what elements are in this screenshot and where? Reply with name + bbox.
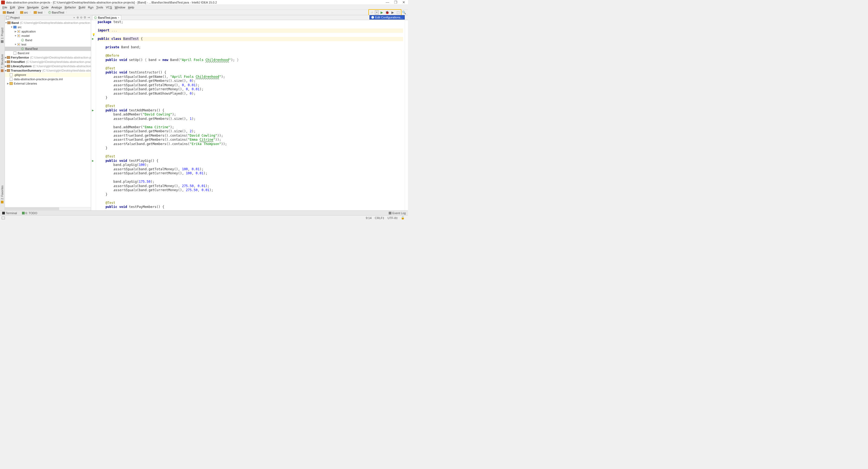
scroll-to-source-icon[interactable]: ⊕	[76, 16, 79, 19]
search-everywhere-icon[interactable]: 🔍	[401, 10, 406, 15]
tree-row-trans[interactable]: ▶TransactionSummary(C:\Users\gijin\Deskt…	[5, 68, 91, 73]
tree-row-test[interactable]: ▼test	[5, 42, 91, 46]
source-folder-icon	[13, 26, 17, 29]
tree-label: test	[22, 43, 26, 46]
settings-icon[interactable]: ⚙	[84, 16, 86, 19]
cursor-position[interactable]: 9:14	[364, 216, 373, 220]
stop-icon[interactable]: ⬚	[396, 10, 400, 15]
tree-row-extlib[interactable]: ▶External Libraries	[5, 81, 91, 86]
tree-row-band[interactable]: ▼Band(C:\Users\gijin\Desktop\test\data-a…	[5, 21, 91, 25]
tool-label: 6: TODO	[26, 211, 37, 215]
tree-row-friendnet[interactable]: ▶FriendNet(C:\Users\gijin\Desktop\test\d…	[5, 60, 91, 64]
tree-row-library[interactable]: ▶LibrarySystem(C:\Users\gijin\Desktop\te…	[5, 64, 91, 68]
panel-title: Project	[10, 16, 73, 19]
crumb-test[interactable]: test	[33, 11, 44, 14]
dropdown-icon[interactable]: ▾	[73, 16, 75, 19]
menu-analyze[interactable]: Analyze	[50, 6, 63, 9]
event-log-tool[interactable]: Event Log	[388, 211, 407, 215]
menu-build[interactable]: Build	[77, 6, 87, 9]
file-icon	[10, 73, 12, 76]
menu-file[interactable]: File	[1, 6, 9, 9]
tree-label: src	[18, 26, 22, 29]
tree-label: External Libraries	[14, 82, 37, 85]
class-icon: C	[21, 47, 24, 50]
close-tab-icon[interactable]: ×	[118, 16, 119, 19]
project-panel-icon	[6, 16, 9, 19]
coverage-icon[interactable]: ▶	[390, 10, 395, 15]
terminal-tool[interactable]: Terminal	[1, 211, 18, 215]
minimize-button[interactable]: —	[386, 0, 389, 4]
file-encoding[interactable]: UTF-8‡	[386, 216, 399, 220]
module-icon	[7, 65, 10, 67]
run-gutter-icon[interactable]: ▶	[92, 109, 94, 112]
error-stripe[interactable]	[405, 20, 408, 210]
tree-row-application[interactable]: ▶application	[5, 29, 91, 34]
crumb-band[interactable]: Band	[2, 11, 16, 14]
hide-icon[interactable]: ⇥	[87, 16, 90, 19]
read-only-toggle[interactable]: 🔓	[399, 216, 406, 220]
tree-path: (C:\Users\gijin\Desktop\test\data-abstra…	[42, 69, 91, 72]
menubar: File Edit View Navigate Code Analyze Ref…	[0, 5, 408, 10]
tree-row-src[interactable]: ▼src	[5, 25, 91, 29]
favorites-tool-tab[interactable]: 2: Favorites	[1, 184, 4, 205]
folder-icon	[3, 11, 6, 14]
tree-row-band-class[interactable]: CBand	[5, 38, 91, 42]
h-scrollbar[interactable]	[5, 207, 59, 210]
tree-row-gitignore[interactable]: .gitignore	[5, 73, 91, 77]
run-config-dropdown[interactable]: ▾	[375, 10, 379, 14]
intention-bulb-icon[interactable]: 💡	[92, 33, 95, 36]
panel-header: Project ▾ ⊕ ⊖ ⚙ ⇥	[5, 15, 91, 20]
module-icon	[7, 56, 10, 59]
crumb-src[interactable]: src	[19, 11, 29, 14]
crumb-label: BandTest	[52, 11, 64, 14]
editor-gutter[interactable]: 💡 ▶ ▶ ▶	[91, 20, 96, 210]
project-tool-tab[interactable]: 1: Project	[1, 26, 4, 44]
menu-code[interactable]: Code	[40, 6, 50, 9]
tree-path: (C:\Users\gijin\Desktop\test\data-abstra…	[26, 60, 91, 63]
tree-label: LibrarySystem	[11, 65, 31, 68]
file-icon	[13, 52, 16, 55]
make-project-icon[interactable]	[369, 10, 374, 15]
structure-tool-tab[interactable]: 7: Structure	[1, 53, 4, 74]
menu-view[interactable]: View	[17, 6, 26, 9]
star-icon	[1, 201, 4, 203]
tree-path: (C:\Users\gijin\Desktop\test\data-abstra…	[30, 56, 91, 59]
menu-help[interactable]: Help	[127, 6, 135, 9]
run-toolbar-highlight: ▾ ▶ 🐞 ▶ ⬚	[368, 9, 401, 16]
menu-vcs[interactable]: VCS	[104, 6, 113, 9]
menu-navigate[interactable]: Navigate	[26, 6, 40, 9]
code-editor[interactable]: package test; import ... public class Ba…	[96, 20, 405, 210]
crumb-bandtest[interactable]: CBandTest	[47, 11, 65, 14]
collapse-icon[interactable]: ⊖	[80, 16, 83, 19]
menu-edit[interactable]: Edit	[9, 6, 17, 9]
package-icon	[18, 34, 20, 37]
project-panel: Project ▾ ⊕ ⊖ ⚙ ⇥ ▼Band(C:\Users\gijin\D…	[5, 15, 91, 210]
tree-label: application	[22, 30, 36, 33]
tree-row-band-iml[interactable]: Band.iml	[5, 51, 91, 55]
menu-window[interactable]: Window	[113, 6, 127, 9]
menu-tools[interactable]: Tools	[95, 6, 105, 9]
tab-bandtest[interactable]: C BandTest.java ×	[92, 15, 121, 20]
tab-label: BandTest.java	[98, 16, 117, 19]
close-button[interactable]: ✕	[402, 0, 405, 4]
edit-configurations-popup[interactable]: Edit Configurations...	[369, 15, 405, 20]
tree-row-bandtest[interactable]: CBandTest	[5, 46, 91, 51]
menu-run[interactable]: Run	[87, 6, 95, 9]
intellij-icon	[1, 1, 5, 4]
maximize-button[interactable]: ❐	[394, 0, 397, 4]
menu-refactor[interactable]: Refactor	[63, 6, 77, 9]
tree-row-ferry[interactable]: ▶FerryService(C:\Users\gijin\Desktop\tes…	[5, 55, 91, 60]
run-gutter-icon[interactable]: ▶	[92, 37, 94, 40]
todo-tool[interactable]: 6: TODO	[21, 211, 38, 215]
folder-icon	[34, 11, 37, 14]
chevron-right-icon: 〉	[44, 10, 46, 14]
debug-icon[interactable]: 🐞	[384, 10, 390, 15]
run-icon[interactable]: ▶	[379, 10, 384, 15]
editor-tabs: C BandTest.java × Edit Configurations...	[91, 15, 408, 20]
run-gutter-icon[interactable]: ▶	[92, 159, 94, 162]
tree-row-model[interactable]: ▼model	[5, 34, 91, 38]
line-separator[interactable]: CRLF‡	[373, 216, 386, 220]
status-message-icon[interactable]	[2, 216, 5, 219]
tree-row-iml[interactable]: data-abstraction-practice-projects.iml	[5, 77, 91, 81]
project-tree[interactable]: ▼Band(C:\Users\gijin\Desktop\test\data-a…	[5, 20, 91, 207]
